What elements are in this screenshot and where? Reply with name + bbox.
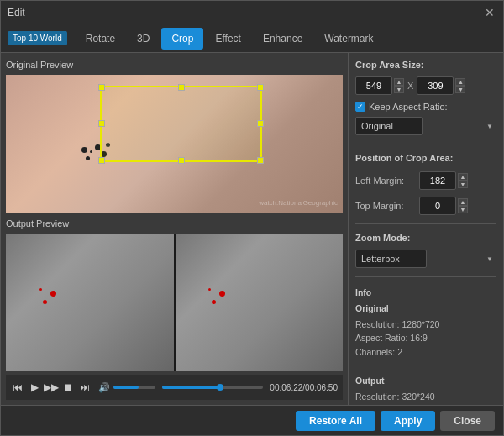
top-margin-row: Top Margin: ▲ ▼ — [355, 197, 496, 215]
zoom-select-arrow: ▼ — [486, 255, 493, 263]
window-title: Edit — [8, 7, 483, 18]
stop-button[interactable]: ⏹ — [61, 381, 75, 394]
output-preview-area — [6, 234, 343, 372]
tab-rotate[interactable]: Rotate — [76, 28, 125, 50]
divider-3 — [355, 276, 496, 277]
restore-all-button[interactable]: Restore All — [296, 411, 375, 431]
zoom-select[interactable]: Letterbox Pan & Scan Full — [355, 250, 427, 268]
time-display: 00:06:22/00:06:50 — [270, 383, 338, 392]
left-margin-up-btn[interactable]: ▲ — [458, 173, 468, 181]
tab-crop[interactable]: Crop — [161, 28, 203, 50]
crop-width-input[interactable] — [355, 76, 392, 95]
tab-effect[interactable]: Effect — [205, 28, 250, 50]
height-spinner: ▲ ▼ — [455, 78, 465, 93]
crop-area-size-label: Crop Area Size: — [355, 60, 496, 70]
close-icon[interactable]: ✕ — [483, 6, 496, 19]
height-down-btn[interactable]: ▼ — [455, 86, 465, 93]
edit-window: Edit ✕ Top 10 World Rotate 3D Crop Effec… — [0, 0, 504, 436]
title-bar: Edit ✕ — [1, 1, 503, 24]
width-down-btn[interactable]: ▼ — [394, 86, 404, 93]
volume-slider[interactable] — [113, 386, 155, 389]
skip-end-button[interactable]: ⏭ — [78, 381, 92, 394]
aspect-select[interactable]: Original 16:9 4:3 1:1 — [355, 117, 423, 135]
tab-bar: Top 10 World Rotate 3D Crop Effect Enhan… — [1, 24, 503, 53]
progress-slider[interactable] — [162, 386, 263, 389]
tab-enhance[interactable]: Enhance — [253, 28, 312, 50]
apply-button[interactable]: Apply — [381, 411, 435, 431]
top-margin-down-btn[interactable]: ▼ — [458, 206, 468, 213]
original-video — [6, 75, 343, 213]
bottom-bar: Restore All Apply Close — [1, 405, 503, 435]
top-margin-up-btn[interactable]: ▲ — [458, 198, 468, 206]
aspect-select-wrap: Original 16:9 4:3 1:1 ▼ — [355, 117, 496, 135]
aspect-select-arrow: ▼ — [486, 123, 493, 130]
progress-fill — [162, 386, 220, 389]
right-panel: Crop Area Size: ▲ ▼ X ▲ ▼ Keep Aspect Ra… — [348, 53, 503, 405]
height-up-btn[interactable]: ▲ — [455, 78, 465, 86]
original-preview-label: Original Preview — [6, 58, 343, 71]
fast-forward-button[interactable]: ▶▶ — [45, 381, 58, 394]
play-button[interactable]: ▶ — [28, 381, 41, 394]
info-section: Info Original Resolution: 1280*720 Aspec… — [355, 286, 496, 405]
position-label: Position of Crop Area: — [355, 153, 496, 163]
original-preview-area — [6, 75, 343, 213]
divider-1 — [355, 144, 496, 144]
progress-thumb — [217, 384, 223, 391]
zoom-mode-label: Zoom Mode: — [355, 233, 496, 243]
tab-watermark[interactable]: Watermark — [314, 28, 383, 50]
output-video — [6, 234, 343, 372]
info-label: Info — [355, 286, 496, 300]
original-aspect: Aspect Ratio: 16:9 — [355, 331, 496, 345]
keep-aspect-row: Keep Aspect Ratio: — [355, 102, 496, 112]
original-channels: Channels: 2 — [355, 345, 496, 360]
original-video-bg — [6, 75, 343, 213]
crop-height-input[interactable] — [417, 76, 454, 95]
left-panel: Original Preview — [1, 53, 348, 405]
main-content: Original Preview — [1, 53, 503, 405]
left-margin-down-btn[interactable]: ▼ — [458, 181, 468, 188]
left-margin-row: Left Margin: ▲ ▼ — [355, 171, 496, 190]
x-separator: X — [407, 81, 413, 91]
output-preview-label: Output Preview — [6, 217, 343, 230]
close-button[interactable]: Close — [440, 411, 495, 431]
top-margin-label: Top Margin: — [355, 201, 416, 211]
keep-aspect-label: Keep Aspect Ratio: — [369, 102, 448, 112]
zoom-select-wrap: Letterbox Pan & Scan Full ▼ — [355, 250, 496, 268]
top-margin-input[interactable] — [419, 197, 456, 215]
left-margin-label: Left Margin: — [355, 176, 416, 186]
output-right-half — [176, 234, 344, 372]
width-up-btn[interactable]: ▲ — [394, 78, 404, 86]
left-margin-input[interactable] — [419, 171, 456, 190]
output-video-bg — [6, 234, 343, 372]
original-sub: Original — [355, 302, 496, 316]
playback-bar: ⏮ ▶ ▶▶ ⏹ ⏭ 🔊 00:06:22/00:06:50 — [6, 375, 343, 400]
output-sub: Output — [355, 374, 496, 388]
volume-icon: 🔊 — [98, 382, 110, 393]
output-resolution: Resolution: 320*240 — [355, 390, 496, 404]
width-spinner: ▲ ▼ — [394, 78, 404, 93]
divider-2 — [355, 223, 496, 224]
video-thumb-tab[interactable]: Top 10 World — [8, 31, 67, 45]
tab-3d[interactable]: 3D — [127, 28, 160, 50]
volume-fill — [113, 386, 139, 389]
keep-aspect-checkbox[interactable] — [355, 102, 365, 112]
crop-size-row: ▲ ▼ X ▲ ▼ — [355, 76, 496, 95]
top-margin-spinner: ▲ ▼ — [458, 198, 468, 213]
output-left-half — [6, 234, 174, 372]
rewind-button[interactable]: ⏮ — [11, 381, 24, 394]
left-margin-spinner: ▲ ▼ — [458, 173, 468, 188]
original-resolution: Resolution: 1280*720 — [355, 318, 496, 332]
